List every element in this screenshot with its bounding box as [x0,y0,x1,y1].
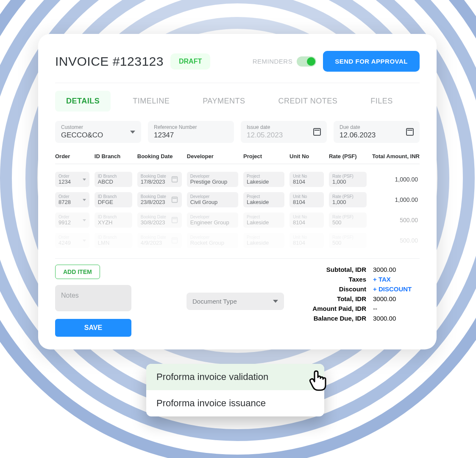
column-header: Project [243,153,284,159]
issue-date-input[interactable]: Issue date 12.05.2023 [241,121,327,143]
amount-cell: 500.00 [372,217,420,223]
due-date-label: Due date [340,124,376,130]
tab-credit-notes[interactable]: CREDIT NOTES [267,91,349,112]
table-cell[interactable]: Order8728 [55,192,89,207]
table-cell[interactable]: ProjectLakeside [243,172,284,187]
reminders-toggle[interactable] [297,56,316,67]
table-cell[interactable]: Booking Date30/8/2023 [137,212,182,228]
totals-link[interactable]: + TAX [373,276,420,283]
chevron-down-icon [83,179,86,181]
document-type-label: Document Type [192,298,237,305]
table-row: Order4249ID BranchLMNBooking Date4/9/202… [55,230,420,251]
table-cell[interactable]: Rate (PSF)500 [329,212,367,228]
calendar-icon [172,197,178,203]
dropdown-option[interactable]: Proforma invoice issuance [146,390,324,416]
totals-label: Taxes [292,276,366,283]
tab-files[interactable]: FILES [359,91,404,112]
chevron-down-icon [83,240,86,242]
table-cell[interactable]: Order9912 [55,212,89,228]
table-cell[interactable]: Unit No8104 [289,212,324,228]
amount-cell: 1,000.00 [372,196,420,203]
column-header: Developer [187,153,238,159]
table-cell[interactable]: Unit No8104 [289,172,324,187]
add-item-button[interactable]: ADD ITEM [55,265,100,279]
totals-row: Subtotal, IDR3000.00 [292,265,420,274]
send-for-approval-button[interactable]: SEND FOR APPROVAL [323,51,420,72]
table-cell[interactable]: ProjectLakeside [243,212,284,228]
totals-value: 3000.00 [373,266,420,273]
table-row: Order9912ID BranchXYZHBooking Date30/8/2… [55,210,420,230]
tab-timeline[interactable]: TIMELINE [122,91,181,112]
totals-label: Balance Due, IDR [292,315,366,322]
table-cell[interactable]: Order4249 [55,233,89,248]
totals-label: Amount Paid, IDR [292,305,366,312]
column-header: Rate (PSF) [329,153,367,159]
totals-link[interactable]: + DISCOUNT [373,285,420,293]
chevron-down-icon [83,219,86,221]
column-header: Booking Date [137,153,182,159]
table-cell[interactable]: Rate (PSF)500 [329,233,367,248]
totals-label: Subtotal, IDR [292,266,366,273]
reference-value: 12347 [154,131,197,140]
table-cell[interactable]: Unit No8104 [289,233,324,248]
calendar-icon [313,128,321,136]
save-button[interactable]: SAVE [55,319,131,337]
chevron-down-icon [130,131,135,134]
customer-label: Customer [61,124,103,130]
status-badge: DRAFT [170,53,210,70]
column-header: ID Branch [95,153,132,159]
dropdown-option[interactable]: Proforma invoice validation [146,364,324,390]
reference-input[interactable]: Reference Number 12347 [148,121,234,143]
table-cell[interactable]: Rate (PSF)1,000 [329,172,367,187]
table-cell[interactable]: Booking Date17/8/2023 [137,172,182,187]
calendar-icon [172,237,178,243]
customer-value: GECCO&CO [61,131,103,140]
table-cell[interactable]: Booking Date4/9/2023 [137,233,182,248]
column-header: Total Amount, INR [372,153,420,159]
table-cell[interactable]: Unit No8104 [289,192,324,207]
table-cell[interactable]: Rate (PSF)1,000 [329,192,367,207]
table-cell[interactable]: DeveloperEngineer Group [187,212,238,228]
table-cell[interactable]: Booking Date23/8/2023 [137,192,182,207]
reference-label: Reference Number [154,124,197,130]
chevron-down-icon [83,199,86,201]
table-cell[interactable]: DeveloperCivil Group [187,192,238,207]
customer-select[interactable]: Customer GECCO&CO [55,121,141,143]
table-cell[interactable]: ProjectLakeside [243,192,284,207]
totals-label: Total, IDR [292,295,366,302]
totals-row: Total, IDR3000.00 [292,294,420,304]
page-title: INVOICE #123123 [55,54,164,69]
table-cell[interactable]: DeveloperRocket Group [187,233,238,248]
tab-details[interactable]: DETAILS [55,91,111,112]
totals-value: -- [373,305,420,312]
chevron-down-icon [273,300,278,303]
calendar-icon [406,128,414,136]
tab-payments[interactable]: PAYMENTS [192,91,256,112]
invoice-card: INVOICE #123123 DRAFT REMINDERS SEND FOR… [38,34,437,349]
table-cell[interactable]: ProjectLakeside [243,233,284,248]
document-type-dropdown: Proforma invoice validationProforma invo… [146,364,324,416]
divider [55,83,420,83]
table-cell[interactable]: ID BranchLMN [95,233,132,248]
document-type-select[interactable]: Document Type [187,293,284,310]
table-cell[interactable]: Order1234 [55,172,89,187]
notes-input[interactable]: Notes [55,285,131,311]
amount-cell: 1,000.00 [372,176,420,183]
reminders-label: REMINDERS [253,58,293,65]
table-row: Order8728ID BranchDFGEBooking Date23/8/2… [55,190,420,210]
totals-row: Amount Paid, IDR-- [292,304,420,313]
totals-row: Balance Due, IDR3000.00 [292,313,420,323]
table-cell[interactable]: ID BranchXYZH [95,212,132,228]
column-header: Order [55,153,89,159]
totals-label: Discount [292,285,366,293]
table-cell[interactable]: ID BranchDFGE [95,192,132,207]
due-date-value: 12.06.2023 [340,131,376,140]
calendar-icon [172,176,178,182]
totals-row: Discount+ DISCOUNT [292,284,420,294]
column-header: Unit No [289,153,324,159]
cursor-hand-icon [305,369,331,394]
table-cell[interactable]: DeveloperPrestige Group [187,172,238,187]
due-date-input[interactable]: Due date 12.06.2023 [334,121,420,143]
table-row: Order1234ID BranchABCDBooking Date17/8/2… [55,169,420,190]
table-cell[interactable]: ID BranchABCD [95,172,132,187]
